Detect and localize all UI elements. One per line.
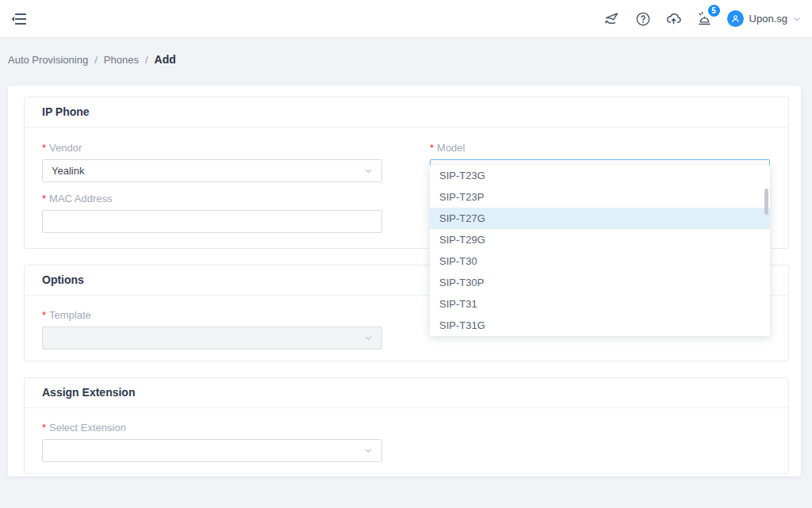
model-field: *Model SIP-T23GSIP-T23PSIP-T27GSIP-T29GS…: [430, 142, 770, 182]
model-dropdown-option[interactable]: SIP-T23G: [430, 165, 770, 186]
model-dropdown-option[interactable]: SIP-T30P: [430, 272, 770, 293]
breadcrumb-separator: /: [94, 54, 98, 66]
required-asterisk: *: [42, 422, 46, 434]
model-dropdown-list: SIP-T23GSIP-T23PSIP-T27GSIP-T29GSIP-T30S…: [430, 165, 770, 336]
user-menu[interactable]: Upon.sg: [727, 10, 801, 27]
model-dropdown-option[interactable]: SIP-T29G: [430, 229, 770, 250]
section-assign-extension: Assign Extension *Select Extension: [24, 377, 789, 474]
mac-address-field: *MAC Address: [42, 193, 382, 233]
required-asterisk: *: [430, 142, 434, 154]
hand-paper-plane-icon[interactable]: [603, 10, 621, 28]
breadcrumb: Auto Provisioning / Phones / Add: [8, 53, 812, 66]
breadcrumb-current-add: Add: [155, 53, 176, 66]
vendor-select-value: Yealink: [52, 165, 84, 177]
breadcrumb-separator: /: [145, 54, 148, 66]
section-ip-phone: IP Phone *Vendor Yealink *Mod: [24, 97, 789, 249]
breadcrumb-auto-provisioning[interactable]: Auto Provisioning: [8, 54, 88, 66]
topbar-actions: 5 Upon.sg: [603, 10, 801, 28]
dropdown-scrollbar[interactable]: [764, 189, 768, 215]
breadcrumb-phones[interactable]: Phones: [104, 54, 139, 66]
model-label: *Model: [430, 142, 770, 154]
cloud-upload-icon[interactable]: [665, 10, 683, 28]
section-title: Assign Extension: [25, 378, 788, 408]
model-dropdown-option[interactable]: SIP-T31: [430, 293, 770, 315]
template-field: *Template: [42, 309, 382, 349]
template-label: *Template: [42, 309, 382, 321]
vendor-select[interactable]: Yealink: [42, 159, 382, 182]
chevron-down-icon: [364, 166, 373, 175]
notification-badge: 5: [708, 5, 720, 17]
model-dropdown-option[interactable]: SIP-T23P: [430, 186, 770, 208]
user-avatar-icon: [727, 10, 744, 27]
section-title: IP Phone: [25, 97, 788, 128]
vendor-field: *Vendor Yealink: [42, 142, 382, 182]
vendor-label: *Vendor: [42, 142, 382, 154]
topbar: 5 Upon.sg: [0, 0, 812, 38]
select-extension-label: *Select Extension: [42, 422, 382, 434]
mac-address-input[interactable]: [42, 210, 382, 233]
model-dropdown-option[interactable]: SIP-T31G: [430, 315, 770, 336]
username: Upon.sg: [749, 13, 787, 25]
content-panel: IP Phone *Vendor Yealink *Mod: [8, 86, 801, 476]
model-dropdown: SIP-T23GSIP-T23PSIP-T27GSIP-T29GSIP-T30S…: [430, 165, 770, 336]
chevron-down-icon: [364, 334, 373, 342]
required-asterisk: *: [42, 142, 46, 154]
chevron-down-icon: [364, 446, 373, 455]
model-dropdown-option[interactable]: SIP-T27G: [430, 208, 770, 229]
mac-address-label: *MAC Address: [42, 193, 382, 204]
template-select[interactable]: [42, 327, 382, 349]
select-extension-field: *Select Extension: [42, 422, 382, 462]
chevron-down-icon: [793, 15, 801, 23]
required-asterisk: *: [42, 309, 46, 321]
question-circle-icon[interactable]: [634, 10, 652, 28]
menu-fold-icon[interactable]: [10, 10, 27, 28]
bell-icon[interactable]: 5: [696, 10, 714, 28]
select-extension-select[interactable]: [42, 439, 382, 462]
required-asterisk: *: [42, 193, 46, 204]
model-dropdown-option[interactable]: SIP-T30: [430, 250, 770, 272]
